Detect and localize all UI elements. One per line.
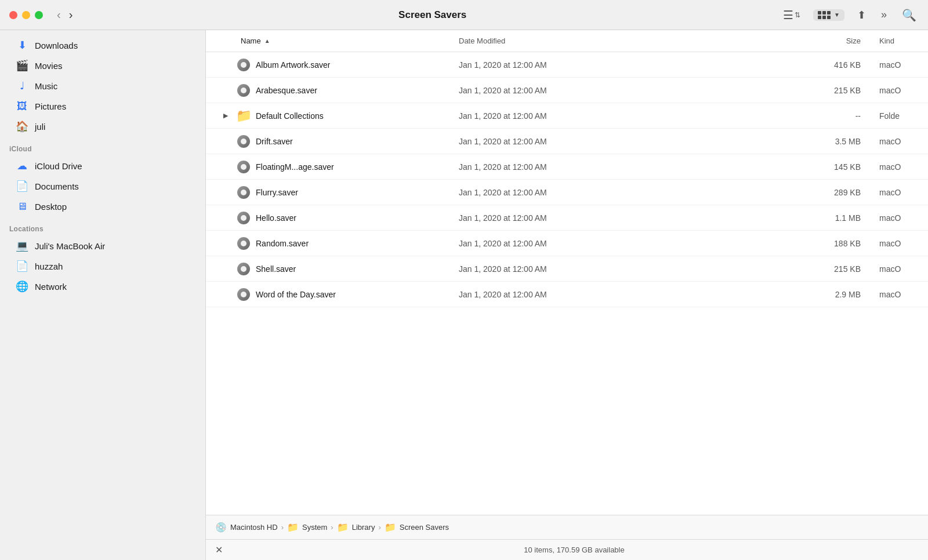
file-size: 3.5 MB [800,137,870,146]
file-date: Jan 1, 2020 at 12:00 AM [449,137,800,146]
breadcrumb-item-library[interactable]: 📁Library [337,522,375,533]
share-button[interactable]: ⬆ [855,6,868,24]
saver-icon: ⚙ [237,263,250,275]
file-size: 145 KB [800,162,870,172]
sidebar-item-network[interactable]: 🌐 Network [5,277,201,296]
column-header: Name ▲ Date Modified Size Kind [206,30,928,52]
file-name: Word of the Day.saver [256,290,336,299]
file-name: Drift.saver [256,137,293,146]
kind-column-header[interactable]: Kind [870,37,928,45]
desktop-icon: 🖥 [16,201,28,212]
sidebar-item-icloud-drive[interactable]: ☁ iCloud Drive [5,156,201,176]
icloud-section-label: iCloud [0,137,205,155]
breadcrumb-item-macintosh-hd[interactable]: 💿Macintosh HD [215,522,278,533]
maximize-button[interactable] [35,11,43,19]
music-icon: ♩ [16,80,28,92]
sidebar-label-macbook: Juli's MacBook Air [35,241,105,251]
table-row[interactable]: ⚙ Flurry.saver Jan 1, 2020 at 12:00 AM 2… [206,180,928,205]
file-name: Hello.saver [256,213,296,223]
saver-icon: ⚙ [237,186,250,199]
status-close-button[interactable]: ✕ [215,544,223,555]
file-kind: macO [870,213,928,223]
folder-icon: 📁 [236,108,252,123]
size-column-label: Size [846,37,861,45]
sidebar-item-downloads[interactable]: ⬇ Downloads [5,35,201,55]
home-icon: 🏠 [16,121,28,132]
sort-arrow-icon: ▲ [264,38,270,44]
file-kind: macO [870,137,928,146]
file-kind: macO [870,86,928,95]
file-type-icon: ⚙ [236,236,251,251]
download-icon: ⬇ [16,39,28,51]
saver-icon: ⚙ [237,59,250,71]
sidebar-label-pictures: Pictures [35,101,66,111]
table-row[interactable]: ⚙ Album Artwork.saver Jan 1, 2020 at 12:… [206,52,928,78]
file-name: Album Artwork.saver [256,60,330,70]
table-row[interactable]: ▶ 📁 Default Collections Jan 1, 2020 at 1… [206,103,928,129]
list-view-icon: ☰ [783,8,793,22]
window-title: Screen Savers [84,9,781,21]
file-size: 215 KB [800,86,870,95]
size-column-header[interactable]: Size [800,37,870,45]
sidebar-item-huzzah[interactable]: 📄 huzzah [5,256,201,276]
breadcrumb-item-system[interactable]: 📁System [287,522,327,533]
table-row[interactable]: ⚙ Drift.saver Jan 1, 2020 at 12:00 AM 3.… [206,129,928,154]
back-button[interactable]: ‹ [55,7,63,23]
file-kind: macO [870,188,928,197]
minimize-button[interactable] [22,11,30,19]
table-row[interactable]: ⚙ Arabesque.saver Jan 1, 2020 at 12:00 A… [206,78,928,103]
file-kind: macO [870,239,928,248]
file-size: 2.9 MB [800,290,870,299]
forward-button[interactable]: › [67,7,75,23]
search-icon: 🔍 [902,8,916,22]
sidebar-item-desktop[interactable]: 🖥 Desktop [5,197,201,216]
dropdown-arrow-icon: ▼ [834,12,840,18]
breadcrumb-item-screen-savers[interactable]: 📁Screen Savers [385,522,449,533]
breadcrumb-icon-macintosh-hd: 💿 [215,522,227,533]
sidebar-item-documents[interactable]: 📄 Documents [5,176,201,196]
file-kind: macO [870,60,928,70]
date-column-header[interactable]: Date Modified [449,37,800,45]
file-name: Random.saver [256,239,309,248]
sidebar-item-music[interactable]: ♩ Music [5,76,201,96]
file-date: Jan 1, 2020 at 12:00 AM [449,86,800,95]
sidebar-label-movies: Movies [35,61,63,71]
sidebar-item-macbook[interactable]: 💻 Juli's MacBook Air [5,236,201,256]
toolbar-right: ☰ ⇅ ▼ ⬆ » 🔍 [781,6,919,24]
table-row[interactable]: ⚙ Hello.saver Jan 1, 2020 at 12:00 AM 1.… [206,205,928,231]
table-row[interactable]: ⚙ Word of the Day.saver Jan 1, 2020 at 1… [206,282,928,307]
file-date: Jan 1, 2020 at 12:00 AM [449,239,800,248]
file-name-cell: ⚙ Drift.saver [206,134,449,149]
table-row[interactable]: ⚙ FloatingM...age.saver Jan 1, 2020 at 1… [206,154,928,180]
saver-icon: ⚙ [237,288,250,301]
more-options-button[interactable]: » [879,6,889,23]
file-name-cell: ▶ 📁 Default Collections [206,108,449,123]
breadcrumb-separator: › [281,523,284,532]
date-column-label: Date Modified [459,37,505,45]
sidebar-label-downloads: Downloads [35,41,78,50]
file-size: -- [800,111,870,121]
file-name-cell: ⚙ Random.saver [206,236,449,251]
kind-column-label: Kind [879,37,894,45]
file-type-icon: 📁 [236,108,251,123]
close-button[interactable] [9,11,17,19]
status-text: 10 items, 170.59 GB available [230,546,919,554]
table-row[interactable]: ⚙ Random.saver Jan 1, 2020 at 12:00 AM 1… [206,231,928,256]
file-name-cell: ⚙ FloatingM...age.saver [206,159,449,174]
file-size: 188 KB [800,239,870,248]
search-button[interactable]: 🔍 [900,6,919,24]
file-type-icon: ⚙ [236,287,251,302]
list-view-button[interactable]: ☰ ⇅ [781,6,803,24]
file-type-icon: ⚙ [236,185,251,200]
file-type-icon: ⚙ [236,134,251,149]
name-column-header[interactable]: Name ▲ [206,37,449,45]
grid-view-toggle[interactable]: ▼ [813,9,844,21]
file-type-icon: ⚙ [236,57,251,72]
table-row[interactable]: ⚙ Shell.saver Jan 1, 2020 at 12:00 AM 21… [206,256,928,282]
file-icon: 📄 [16,260,28,272]
saver-icon: ⚙ [237,161,250,173]
sidebar-item-movies[interactable]: 🎬 Movies [5,56,201,75]
sidebar-label-music: Music [35,81,57,91]
sidebar-item-juli[interactable]: 🏠 juli [5,117,201,136]
sidebar-item-pictures[interactable]: 🖼 Pictures [5,96,201,116]
